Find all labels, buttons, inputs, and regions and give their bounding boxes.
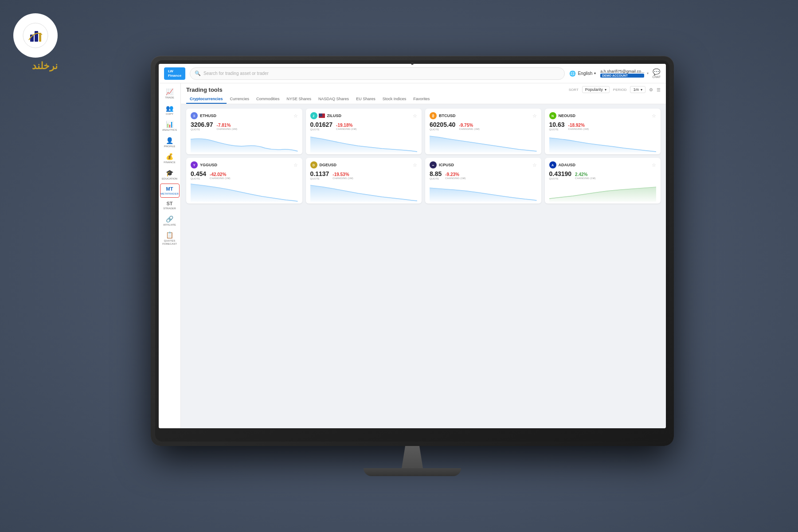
sidebar-item-trade[interactable]: 📈 TRADE <box>160 86 180 102</box>
page-title: Trading tools <box>186 86 223 93</box>
change-label-ethusd: CHANGING (1M) <box>217 128 237 130</box>
search-icon: 🔍 <box>195 70 201 76</box>
star-icon-icpusd[interactable]: ☆ <box>532 162 537 168</box>
account-info[interactable]: a.h.sharifi75@gmail.co... DEMO ACCOUNT ▾ <box>600 69 649 78</box>
metatrader-icon: MT <box>166 186 173 192</box>
change-ethusd: -7.81% <box>217 123 237 128</box>
icp-icon: ∞ <box>430 161 437 168</box>
card-adausd[interactable]: A ADAUSD ☆ 0.43190 QUOTE <box>545 158 661 203</box>
sidebar-item-affiliate[interactable]: 🔗 AFFILIATE <box>160 213 180 229</box>
sidebar-item-copy[interactable]: 👥 COPY <box>160 102 180 118</box>
period-label: PERIOD <box>613 88 627 92</box>
card-values-zilusd: 0.01627 QUOTE -19.18% CHANGING (1M) <box>310 121 418 131</box>
card-header-zilusd: Z ZILUSD ☆ <box>310 112 418 119</box>
card-header-icpusd: ∞ ICPUSD ☆ <box>430 161 537 168</box>
asset-name-zilusd: ZILUSD <box>327 113 342 118</box>
card-header-btcusd: ₿ BTCUSD ☆ <box>430 112 537 119</box>
chart-dgeusd <box>310 182 418 202</box>
settings-icon[interactable]: ⚙ <box>649 87 653 92</box>
card-header-adausd: A ADAUSD ☆ <box>549 161 657 168</box>
content-area: Trading tools SORT Popularity ▾ PERIOD <box>181 83 666 428</box>
chevron-down-icon-account: ▾ <box>647 71 649 75</box>
sidebar-item-analytics[interactable]: 📊 ANALYTICS <box>160 118 180 134</box>
language-selector[interactable]: 🌐 English ▾ <box>569 70 596 77</box>
sidebar-item-strader[interactable]: ST STRADER <box>160 199 180 212</box>
change-adausd: 2.42% <box>575 172 595 177</box>
app-logo: LWFinance <box>164 67 185 80</box>
quote-label-btcusd: QUOTE <box>430 128 455 131</box>
card-ethusd[interactable]: Ξ ETHUSD ☆ 3206.97 QUOTE <box>186 109 302 154</box>
topbar-row: Trading tools SORT Popularity ▾ PERIOD <box>186 86 661 93</box>
card-zilusd[interactable]: Z ZILUSD ☆ <box>306 109 422 154</box>
star-icon-btcusd[interactable]: ☆ <box>532 113 537 119</box>
sidebar-item-education[interactable]: 🎓 EDUCATION <box>160 167 180 183</box>
star-icon-adausd[interactable]: ☆ <box>652 162 656 168</box>
sidebar-item-metatrader[interactable]: MT METATRADER <box>160 184 180 198</box>
search-bar[interactable]: 🔍 Search for trading asset or trader <box>190 67 565 80</box>
chat-button[interactable]: 💬 CHAT <box>652 68 661 78</box>
tabs-row: Cryptocurrencies Currencies Commodities … <box>186 95 661 104</box>
card-header-ethusd: Ξ ETHUSD ☆ <box>191 112 298 119</box>
chevron-period-icon: ▾ <box>641 88 642 92</box>
star-icon-dgeusd[interactable]: ☆ <box>413 162 417 168</box>
change-label-zilusd: CHANGING (1M) <box>336 128 356 130</box>
chart-adausd <box>549 182 657 202</box>
sidebar-item-quotes-forecast[interactable]: 📋 QUOTES FORECAST <box>160 229 180 247</box>
card-header-neousd: N NEOUSD ☆ <box>549 112 657 119</box>
tab-favorites[interactable]: Favorites <box>410 95 433 104</box>
chart-btcusd <box>430 133 537 153</box>
card-values-yggusd: 0.454 QUOTE -42.02% CHANGING (1M) <box>191 170 298 180</box>
tab-nyse[interactable]: NYSE Shares <box>283 95 315 104</box>
period-value: 1m <box>633 87 639 92</box>
tab-stock-indices[interactable]: Stock Indices <box>379 95 410 104</box>
sidebar-label-copy: COPY <box>166 113 173 116</box>
star-icon-ethusd[interactable]: ☆ <box>293 113 298 119</box>
monitor: LWFinance 🔍 Search for trading asset or … <box>151 56 674 446</box>
content-topbar: Trading tools SORT Popularity ▾ PERIOD <box>181 83 666 104</box>
sort-select[interactable]: Popularity ▾ <box>582 86 610 93</box>
card-yggusd[interactable]: Y YGGUSD ☆ 0.454 QUOTE <box>186 158 302 203</box>
star-icon-zilusd[interactable]: ☆ <box>413 113 417 119</box>
chart-neousd <box>549 133 657 153</box>
cards-grid: Ξ ETHUSD ☆ 3206.97 QUOTE <box>181 104 666 208</box>
quote-zilusd: 0.01627 <box>310 121 333 128</box>
chart-yggusd <box>191 182 298 202</box>
tab-eu[interactable]: EU Shares <box>352 95 379 104</box>
tab-cryptocurrencies[interactable]: Cryptocurrencies <box>186 95 227 104</box>
tab-currencies[interactable]: Currencies <box>227 95 253 104</box>
tab-nasdaq[interactable]: NASDAQ Shares <box>315 95 352 104</box>
period-select[interactable]: 1m ▾ <box>630 86 645 93</box>
change-label-neousd: CHANGING (1M) <box>568 128 589 130</box>
star-icon-yggusd[interactable]: ☆ <box>293 162 298 168</box>
copy-icon: 👥 <box>166 105 173 112</box>
asset-info-dgeusd: D DGEUSD <box>310 161 337 168</box>
svg-rect-2 <box>35 31 38 42</box>
profile-icon: 👤 <box>166 137 173 144</box>
star-icon-neousd[interactable]: ☆ <box>652 113 656 119</box>
list-view-icon[interactable]: ☰ <box>657 87 661 92</box>
asset-name-neousd: NEOUSD <box>559 113 576 118</box>
change-icpusd: -9.23% <box>445 172 466 177</box>
sidebar-label-affiliate: AFFILIATE <box>163 223 176 227</box>
asset-info-btcusd: ₿ BTCUSD <box>430 112 456 119</box>
monitor-stand-neck <box>395 446 430 468</box>
change-neousd: -18.92% <box>568 123 589 128</box>
sidebar: 📈 TRADE 👥 COPY 📊 ANALYTICS 👤 <box>159 83 181 428</box>
card-neousd[interactable]: N NEOUSD ☆ 10.63 QUOTE <box>545 109 661 154</box>
card-btcusd[interactable]: ₿ BTCUSD ☆ 60205.40 QUOTE <box>425 109 541 154</box>
quote-yggusd: 0.454 <box>191 170 206 177</box>
logo-circle <box>13 13 58 58</box>
strader-icon: ST <box>166 201 172 206</box>
sidebar-item-profile[interactable]: 👤 PROFILE <box>160 135 180 150</box>
card-dgeusd[interactable]: D DGEUSD ☆ 0.1137 QUOTE <box>306 158 422 203</box>
asset-info-neousd: N NEOUSD <box>549 112 576 119</box>
monitor-bezel: LWFinance 🔍 Search for trading asset or … <box>155 60 669 442</box>
asset-name-icpusd: ICPUSD <box>439 163 454 167</box>
asset-info-adausd: A ADAUSD <box>549 161 576 168</box>
search-placeholder: Search for trading asset or trader <box>203 71 269 76</box>
change-label-dgeusd: CHANGING (1M) <box>332 177 353 180</box>
tab-commodities[interactable]: Commodities <box>253 95 283 104</box>
sidebar-item-finance[interactable]: 💰 FINANCE <box>160 151 180 166</box>
card-icpusd[interactable]: ∞ ICPUSD ☆ 8.85 QUOTE <box>425 158 541 203</box>
card-values-dgeusd: 0.1137 QUOTE -19.53% CHANGING (1M) <box>310 170 418 180</box>
